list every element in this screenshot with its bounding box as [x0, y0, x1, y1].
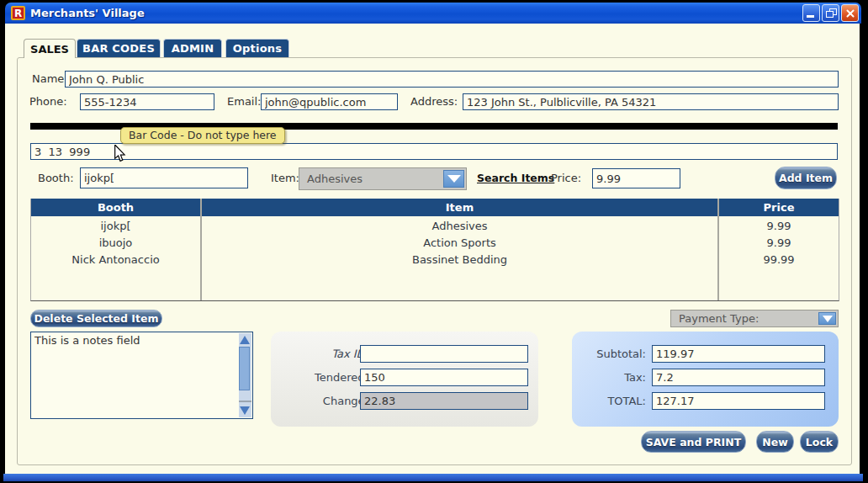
- subtotal-label: Subtotal:: [574, 345, 646, 363]
- email-input[interactable]: [261, 93, 398, 110]
- payment-type-dropdown[interactable]: Payment Type:: [670, 310, 839, 327]
- tab-sales[interactable]: SALES: [24, 39, 76, 58]
- window-bottom-border: [3, 474, 863, 481]
- totals-panel: Subtotal: Tax: TOTAL:: [572, 332, 839, 427]
- search-items-link[interactable]: Search Items: [477, 170, 554, 187]
- phone-input[interactable]: [80, 93, 214, 110]
- notes-scrollbar[interactable]: [239, 333, 251, 417]
- tab-admin[interactable]: ADMIN: [163, 39, 222, 57]
- total-input[interactable]: [652, 392, 825, 410]
- payment-type-dropdown-button[interactable]: [818, 312, 836, 325]
- tendered-label: Tendered:: [288, 369, 368, 386]
- booth-label: Booth:: [38, 170, 74, 187]
- phone-label: Phone:: [29, 93, 67, 110]
- notes-field[interactable]: This is a notes field: [30, 332, 253, 419]
- price-input[interactable]: [592, 168, 680, 188]
- table-row[interactable]: ijokp[ Adhesives 9.99: [31, 218, 839, 235]
- change-label: Change:: [288, 392, 368, 410]
- tab-bar-codes[interactable]: BAR CODES: [77, 39, 161, 57]
- column-header-booth[interactable]: Booth: [31, 199, 200, 216]
- tax-input[interactable]: [652, 369, 825, 386]
- item-dropdown-button[interactable]: [443, 170, 464, 188]
- tax-id-input[interactable]: [360, 345, 528, 363]
- total-label: TOTAL:: [574, 392, 646, 410]
- column-header-price[interactable]: Price: [719, 199, 839, 216]
- mouse-cursor-icon: [114, 145, 126, 162]
- cell-item: Bassinet Bedding: [202, 252, 717, 268]
- items-table: Booth Item Price ijokp[ Adhesives 9.99 i…: [30, 199, 839, 301]
- tab-options[interactable]: Options: [225, 39, 289, 57]
- payment-panel: Tax ID: Tendered: Change:: [271, 332, 538, 427]
- cell-price: 99.99: [719, 252, 839, 268]
- tax-id-label: Tax ID:: [288, 345, 368, 363]
- titlebar: R Merchants' Village: [5, 3, 861, 24]
- restore-button[interactable]: [822, 4, 839, 22]
- delete-selected-item-button[interactable]: Delete Selected Item: [30, 310, 162, 327]
- chevron-down-icon: [823, 316, 833, 322]
- notes-text: This is a notes field: [34, 334, 237, 347]
- address-label: Address:: [410, 93, 458, 110]
- change-input: [360, 392, 528, 410]
- table-row[interactable]: ibuojo Action Sports 9.99: [31, 235, 839, 252]
- name-label: Name:: [32, 71, 68, 88]
- cell-price: 9.99: [719, 218, 839, 235]
- cell-item: Action Sports: [202, 235, 717, 252]
- tax-label: Tax:: [574, 369, 646, 386]
- tendered-input[interactable]: [360, 369, 528, 386]
- scroll-up-icon[interactable]: [240, 336, 250, 344]
- barcode-input[interactable]: [30, 143, 838, 160]
- lock-button[interactable]: Lock: [800, 431, 839, 453]
- name-input[interactable]: [65, 71, 839, 88]
- booth-input[interactable]: [80, 167, 248, 188]
- cell-booth: ijokp[: [31, 218, 200, 235]
- cell-booth: Nick Antonaccio: [31, 252, 200, 268]
- window-title: Merchants' Village: [30, 3, 145, 24]
- new-button[interactable]: New: [756, 431, 794, 453]
- column-header-item[interactable]: Item: [202, 199, 717, 216]
- address-input[interactable]: [463, 93, 839, 110]
- close-button[interactable]: [841, 4, 859, 22]
- scrollbar-thumb[interactable]: [239, 347, 250, 390]
- item-dropdown[interactable]: Adhesives: [299, 167, 467, 190]
- window-controls: [802, 4, 859, 22]
- cell-booth: ibuojo: [31, 235, 200, 252]
- app-icon: R: [11, 6, 25, 20]
- save-and-print-button[interactable]: SAVE and PRINT: [641, 431, 746, 453]
- item-dropdown-value: Adhesives: [307, 172, 363, 185]
- scroll-down-icon[interactable]: [240, 406, 250, 415]
- cell-item: Adhesives: [202, 218, 717, 235]
- minimize-icon: [807, 15, 814, 18]
- subtotal-input[interactable]: [652, 345, 825, 363]
- add-item-button[interactable]: Add Item: [775, 167, 837, 189]
- price-label: Price:: [551, 170, 581, 187]
- chevron-down-icon: [447, 175, 461, 183]
- email-label: Email:: [227, 93, 261, 110]
- client-area: SALES BAR CODES ADMIN Options Name: Phon…: [5, 24, 860, 474]
- table-row[interactable]: Nick Antonaccio Bassinet Bedding 99.99: [31, 252, 839, 268]
- minimize-button[interactable]: [802, 4, 820, 22]
- payment-type-label: Payment Type:: [679, 312, 759, 325]
- item-label: Item:: [271, 170, 299, 187]
- cell-price: 9.99: [719, 235, 839, 252]
- barcode-tooltip: Bar Code - Do not type here: [120, 127, 285, 144]
